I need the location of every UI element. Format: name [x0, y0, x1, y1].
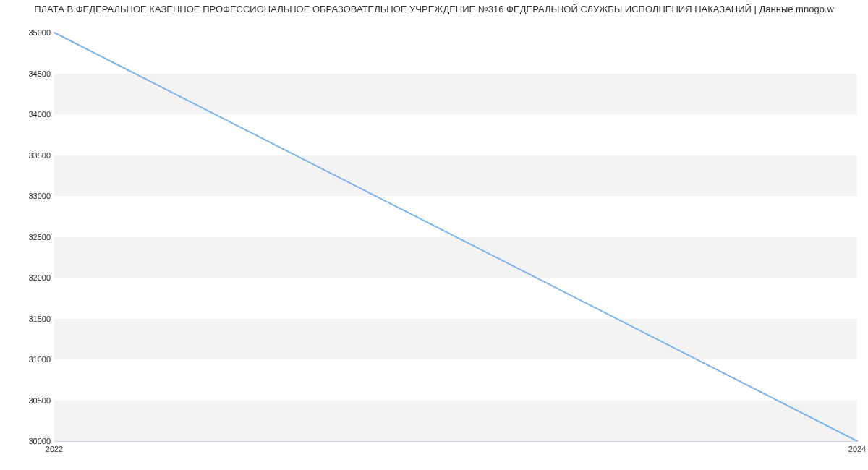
- x-tick-label: 2022: [46, 445, 63, 453]
- y-tick-label: 30000: [7, 437, 51, 445]
- plot-area: [54, 33, 857, 441]
- line-series: [54, 33, 857, 441]
- y-tick-label: 33500: [7, 151, 51, 160]
- y-tick-label: 35000: [7, 28, 51, 37]
- y-tick-label: 34500: [7, 69, 51, 78]
- y-tick-label: 32000: [7, 273, 51, 282]
- x-tick-label: 2024: [848, 445, 866, 453]
- y-tick-label: 32500: [7, 233, 51, 242]
- y-tick-label: 33000: [7, 192, 51, 200]
- y-tick-label: 30500: [7, 396, 51, 405]
- chart-title: ПЛАТА В ФЕДЕРАЛЬНОЕ КАЗЕННОЕ ПРОФЕССИОНА…: [0, 4, 868, 14]
- y-tick-label: 31500: [7, 315, 51, 323]
- y-tick-label: 31000: [7, 355, 51, 364]
- x-axis-line: [54, 441, 857, 442]
- y-tick-label: 34000: [7, 110, 51, 119]
